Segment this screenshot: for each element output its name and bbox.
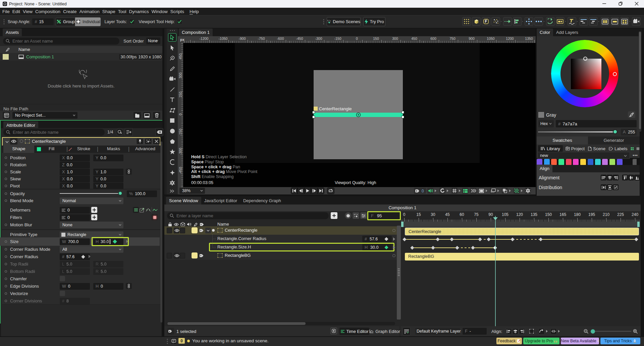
svg-text:0: 0 (422, 189, 424, 193)
